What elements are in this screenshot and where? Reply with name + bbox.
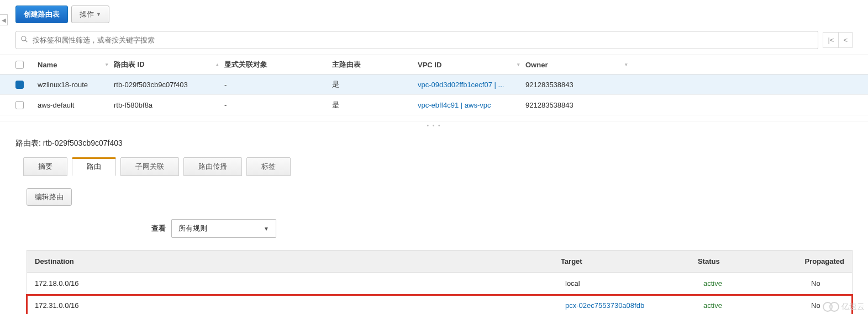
chevron-down-icon: ▼	[96, 12, 101, 17]
cell-main: 是	[332, 100, 418, 110]
route-row: 172.31.0.0/16pcx-02ec7553730a08fdbactive…	[27, 295, 853, 314]
pane-splitter[interactable]: • • •	[0, 121, 868, 130]
table-header: Name ▾ 路由表 ID ▴ 显式关联对象 主路由表 VPC ID ▾ Own…	[0, 55, 868, 74]
cell-route-table-id: rtb-f580bf8a	[114, 101, 224, 109]
cell-name: aws-default	[38, 101, 114, 109]
create-route-table-button[interactable]: 创建路由表	[15, 6, 68, 23]
detail-title-id: rtb-029f503cb9c07f403	[43, 139, 123, 147]
routes-table-header: Destination Target Status Propagated	[27, 250, 853, 273]
route-target-link[interactable]: pcx-02ec7553730a08fdb	[565, 301, 644, 310]
cell-name: wzlinux18-route	[38, 81, 114, 89]
cell-owner: 921283538843	[525, 101, 633, 109]
watermark: 亿速云	[823, 302, 865, 312]
chevron-down-icon: ▼	[264, 226, 269, 232]
route-propagated: No	[803, 273, 852, 294]
filter-box[interactable]	[15, 31, 818, 49]
route-target: local	[565, 279, 580, 288]
actions-label: 操作	[80, 9, 94, 19]
svg-line-1	[25, 40, 28, 42]
first-page-icon[interactable]: |<	[823, 32, 839, 48]
checkbox-icon	[15, 61, 24, 69]
column-main-route-table[interactable]: 主路由表	[332, 60, 418, 70]
row-checkbox[interactable]	[15, 101, 24, 109]
cell-owner: 921283538843	[525, 81, 633, 89]
column-label: 显式关联对象	[224, 60, 267, 70]
column-select-all[interactable]	[15, 61, 38, 69]
route-table-body: wzlinux18-routertb-029f503cb9c07f403-是vp…	[0, 74, 868, 115]
table-row[interactable]: aws-defaultrtb-f580bf8a-是vpc-ebff4c91 | …	[0, 95, 868, 115]
column-label: VPC ID	[418, 61, 441, 69]
cell-vpc-link[interactable]: vpc-ebff4c91 | aws-vpc	[418, 101, 525, 109]
column-target[interactable]: Target	[553, 251, 690, 272]
cell-association: -	[224, 81, 332, 89]
prev-page-icon[interactable]: <	[839, 32, 853, 48]
tab-tags[interactable]: 标签	[246, 157, 291, 176]
detail-tabs: 摘要 路由 子网关联 路由传播 标签	[15, 157, 853, 176]
route-status: active	[696, 295, 803, 314]
column-label: 主路由表	[332, 60, 361, 70]
filter-input[interactable]	[33, 36, 813, 44]
pager-icons: |< <	[823, 32, 853, 48]
column-label: Owner	[525, 61, 548, 69]
tab-routes[interactable]: 路由	[72, 157, 116, 176]
column-propagated[interactable]: Propagated	[797, 251, 852, 272]
sort-icon: ▾	[517, 62, 525, 67]
detail-panel: 路由表: rtb-029f503cb9c07f403 摘要 路由 子网关联 路由…	[0, 130, 868, 314]
column-status[interactable]: Status	[690, 251, 797, 272]
cell-vpc-link[interactable]: vpc-09d3d02ffb1cecf07 | ...	[418, 81, 525, 89]
sort-up-icon: ▴	[216, 62, 224, 67]
actions-dropdown-button[interactable]: 操作 ▼	[71, 6, 109, 23]
column-label: Name	[38, 61, 57, 69]
row-checkbox[interactable]	[15, 81, 24, 89]
route-destination: 172.18.0.0/16	[27, 273, 557, 294]
column-vpc-id[interactable]: VPC ID ▾	[418, 61, 525, 69]
tab-panel-routes: 编辑路由 查看 所有规则 ▼ Destination Target Status…	[15, 176, 853, 314]
cell-main: 是	[332, 79, 418, 89]
column-destination[interactable]: Destination	[27, 251, 553, 272]
column-explicit-association[interactable]: 显式关联对象	[224, 60, 332, 70]
cell-association: -	[224, 101, 332, 109]
tab-route-propagation[interactable]: 路由传播	[183, 157, 242, 176]
filter-row: |< <	[0, 31, 868, 55]
column-name[interactable]: Name ▾	[38, 61, 114, 69]
cell-route-table-id: rtb-029f503cb9c07f403	[114, 81, 224, 89]
column-route-table-id[interactable]: 路由表 ID ▴	[114, 60, 224, 70]
routes-table: Destination Target Status Propagated 172…	[27, 250, 853, 314]
route-status: active	[696, 273, 803, 294]
edit-routes-button[interactable]: 编辑路由	[27, 188, 72, 206]
detail-title: 路由表: rtb-029f503cb9c07f403	[15, 133, 853, 157]
table-row[interactable]: wzlinux18-routertb-029f503cb9c07f403-是vp…	[0, 74, 868, 95]
watermark-text: 亿速云	[841, 302, 865, 312]
view-filter-row: 查看 所有规则 ▼	[27, 219, 853, 238]
view-select-value: 所有规则	[178, 223, 207, 233]
search-icon	[20, 35, 28, 45]
sort-icon: ▾	[625, 62, 633, 67]
column-label: 路由表 ID	[114, 60, 145, 70]
svg-point-0	[22, 36, 26, 41]
route-row: 172.18.0.0/16localactiveNo	[27, 273, 853, 295]
cloud-icon	[829, 302, 839, 312]
sort-icon: ▾	[106, 62, 114, 67]
detail-title-prefix: 路由表:	[15, 139, 41, 147]
view-rules-select[interactable]: 所有规则 ▼	[171, 219, 276, 238]
toolbar: 创建路由表 操作 ▼	[0, 0, 868, 31]
tab-subnet-associations[interactable]: 子网关联	[120, 157, 179, 176]
column-owner[interactable]: Owner ▾	[525, 61, 633, 69]
view-label: 查看	[151, 223, 166, 233]
tab-summary[interactable]: 摘要	[23, 157, 67, 176]
route-destination: 172.31.0.0/16	[27, 295, 557, 314]
